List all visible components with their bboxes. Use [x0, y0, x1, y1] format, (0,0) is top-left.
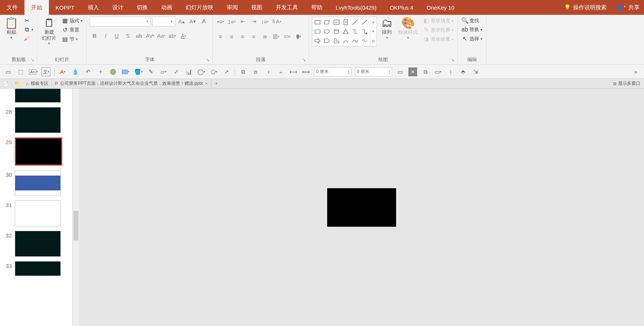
gallery-down-icon[interactable]: ▾	[370, 27, 376, 36]
shape-right-arrow-icon[interactable]	[313, 36, 322, 45]
highlight-button[interactable]: ab▾	[167, 31, 177, 40]
line-spacing-button[interactable]: ↕≡▾	[260, 17, 270, 26]
tb-pen-button[interactable]: ✎	[146, 67, 155, 76]
italic-button[interactable]: I	[101, 31, 110, 40]
tb-ungroup-button[interactable]: ⧈	[251, 67, 260, 76]
tab-view[interactable]: 视图	[245, 0, 269, 15]
current-slide-canvas[interactable]	[327, 188, 396, 227]
copy-button[interactable]: ⧉▾	[23, 26, 34, 33]
shape-parallelogram-icon[interactable]	[322, 18, 331, 27]
shape-line-icon[interactable]	[351, 18, 359, 27]
tab-home[interactable]: 开始	[24, 0, 49, 15]
tb-undo-button[interactable]: ↶	[83, 67, 92, 76]
shape-roundrect-icon[interactable]	[313, 27, 322, 36]
smartart-button[interactable]: ⬮▾	[293, 31, 303, 41]
tab-help[interactable]: 帮助	[305, 0, 329, 15]
arrange-button[interactable]: 🗂 排列 ▾	[380, 17, 394, 40]
tab-design[interactable]: 设计	[106, 0, 130, 15]
quick-style-button[interactable]: 🎨 快速样式 ▾	[397, 17, 419, 40]
tab-slideshow[interactable]: 幻灯片放映	[179, 0, 220, 15]
tb-dist-h-button[interactable]: ⟷	[289, 67, 298, 76]
thumb-33[interactable]: 33	[0, 259, 72, 278]
tb-highlight-button[interactable]: ▱▾	[159, 67, 168, 76]
shape-fill-button[interactable]: ◧形状填充▾	[422, 17, 454, 24]
doc-list-button[interactable]: 📄	[0, 81, 11, 86]
numbering-button[interactable]: 1≡▾	[227, 17, 236, 26]
tb-font-color-button[interactable]: A▾	[58, 67, 67, 76]
thumb-30[interactable]: 30	[0, 168, 72, 198]
tb-add-button[interactable]: ＋	[96, 67, 105, 76]
new-slide-button[interactable]: 🗒 新建 幻灯片 ▾	[40, 17, 58, 46]
shape-cylinder-icon[interactable]	[332, 27, 341, 36]
tb-paint-button[interactable]: 🪣▾	[134, 67, 143, 76]
shape-elbow-arrow-icon[interactable]	[360, 27, 369, 36]
tb-btn-1[interactable]: ▭	[4, 67, 13, 76]
tab-file[interactable]: 文件	[0, 0, 24, 15]
tb-more1-button[interactable]: ⟊	[446, 67, 455, 76]
justify-button[interactable]: ≡	[249, 31, 259, 41]
align-right-button[interactable]: ≡	[238, 31, 248, 41]
tab-review[interactable]: 审阅	[220, 0, 245, 15]
tb-more2-button[interactable]: ⬘	[459, 67, 468, 76]
file-tab[interactable]: P 公司荣誉PPT页面，这样设计即大气又有企业气质，效果很赞！赠送.pptx ×	[52, 79, 211, 88]
replace-button[interactable]: ab替换▾	[461, 26, 483, 33]
shape-arc-icon[interactable]	[341, 36, 350, 45]
tb-border-button[interactable]: ▭▾	[434, 67, 442, 76]
tb-btn-2[interactable]: ⬚	[16, 67, 25, 76]
gallery-more-icon[interactable]: ⊟	[370, 36, 376, 46]
shadow-button[interactable]: S	[123, 31, 133, 40]
shape-textbox-icon[interactable]: A	[332, 18, 341, 27]
tb-arrow-button[interactable]: ↗	[222, 67, 231, 76]
font-color-button[interactable]: A▾	[179, 31, 188, 40]
tab-lvyhtools[interactable]: LvyhTools(0429)	[329, 0, 383, 15]
share-button[interactable]: 👤⁺ 共享	[612, 0, 644, 15]
reset-button[interactable]: ↺重置	[61, 26, 83, 34]
template-zone-tab[interactable]: ⌂ 模板专区	[23, 79, 52, 88]
shape-curve-icon[interactable]	[351, 36, 359, 45]
shapes-gallery[interactable]: A A ▴	[312, 17, 377, 46]
align-center-button[interactable]: ≡	[227, 31, 236, 41]
strike-button[interactable]: ab	[134, 31, 144, 40]
change-case-button[interactable]: Aa▾	[156, 31, 166, 40]
paragraph-launcher-icon[interactable]: ↘	[302, 57, 306, 62]
tb-distribute-button[interactable]: ⫠	[276, 67, 285, 76]
shape-lshape-icon[interactable]	[332, 36, 341, 45]
tb-more3-button[interactable]: ⇲	[471, 67, 480, 76]
tab-koppt[interactable]: KOPPT	[49, 0, 81, 15]
tb-width-input[interactable]: 0 厘米▴▾	[314, 67, 351, 76]
tb-crop-button[interactable]: ▭	[396, 67, 405, 76]
thumb-29[interactable]: 29	[0, 135, 72, 168]
font-launcher-icon[interactable]: ↘	[206, 57, 209, 62]
align-text-button[interactable]: ▭▾	[282, 31, 292, 41]
paste-button[interactable]: 📋 粘贴 ▼	[3, 17, 20, 40]
thumb-32[interactable]: 32	[0, 229, 72, 259]
cut-button[interactable]: ✂	[23, 17, 34, 24]
font-size-combo[interactable]: ▾	[152, 17, 175, 26]
bold-button[interactable]: B	[90, 31, 99, 40]
shape-rect-icon[interactable]	[313, 18, 322, 27]
select-button[interactable]: ↖选择▾	[461, 35, 483, 43]
section-button[interactable]: ▤节▾	[61, 35, 83, 43]
tb-text-align-button[interactable]: A≡▾	[29, 67, 38, 76]
thumb-scrollbar[interactable]	[73, 89, 79, 326]
tab-developer[interactable]: 开发工具	[269, 0, 305, 15]
tell-me-search[interactable]: 💡 操作说明搜索	[559, 0, 612, 15]
shape-effects-button[interactable]: ◑形状效果▾	[422, 35, 454, 43]
doc-folder-button[interactable]: 📁	[11, 81, 23, 86]
find-button[interactable]: 🔍查找	[461, 17, 483, 24]
format-painter-button[interactable]: 🖌	[23, 35, 34, 42]
tb-height-input[interactable]: 0 厘米▴▾	[355, 67, 392, 76]
tb-eyedropper-button[interactable]: 💧	[71, 67, 80, 76]
text-direction-button[interactable]: ⥮A▾	[271, 17, 281, 26]
indent-increase-button[interactable]: ⇥	[249, 17, 259, 26]
layout-button[interactable]: ▦版式▾	[61, 17, 83, 24]
tb-shape-button[interactable]: ⬠▾	[209, 67, 218, 76]
tab-okplus[interactable]: OKPlus 4	[383, 0, 420, 15]
shape-outline-button[interactable]: ✎形状轮廓▾	[422, 26, 454, 34]
tb-dist-v-button[interactable]: ⟺	[302, 67, 311, 76]
underline-button[interactable]: U	[112, 31, 122, 40]
tb-overflow-button[interactable]: »	[631, 67, 640, 76]
tb-circles-button[interactable]: ◯▾	[197, 67, 206, 76]
tab-transition[interactable]: 切换	[130, 0, 155, 15]
scrollbar-thumb[interactable]	[73, 211, 79, 240]
